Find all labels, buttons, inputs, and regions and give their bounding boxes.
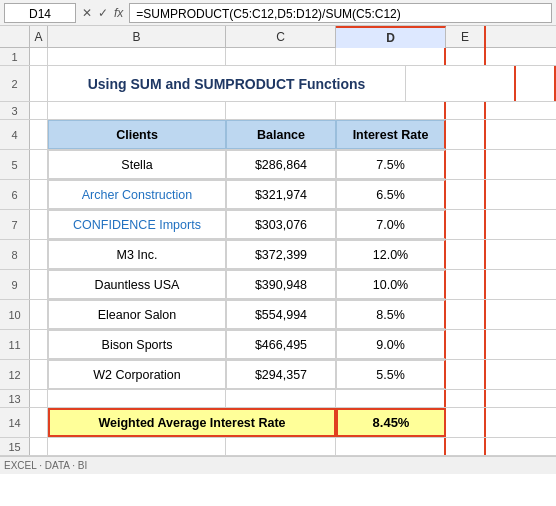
row-num: 8 — [0, 240, 30, 269]
cell-c4-header: Balance — [226, 120, 336, 149]
cancel-icon[interactable]: ✕ — [80, 6, 94, 20]
cell-a10[interactable] — [30, 300, 48, 329]
cell-e12[interactable] — [446, 360, 486, 389]
cell-e7[interactable] — [446, 210, 486, 239]
cell-c12[interactable]: $294,357 — [226, 360, 336, 389]
cell-b5[interactable]: Stella — [48, 150, 226, 179]
cell-d7[interactable]: 7.0% — [336, 210, 446, 239]
column-headers: A B C D E — [0, 26, 556, 48]
cell-a3[interactable] — [30, 102, 48, 119]
cell-c5[interactable]: $286,864 — [226, 150, 336, 179]
cell-d10[interactable]: 8.5% — [336, 300, 446, 329]
cell-c3[interactable] — [226, 102, 336, 119]
table-row: 8 M3 Inc. $372,399 12.0% — [0, 240, 556, 270]
enter-icon[interactable]: ✓ — [96, 6, 110, 20]
cell-b8[interactable]: M3 Inc. — [48, 240, 226, 269]
weighted-avg-value[interactable]: 8.45% — [336, 408, 446, 437]
col-header-b[interactable]: B — [48, 26, 226, 48]
cell-d11[interactable]: 9.0% — [336, 330, 446, 359]
cell-c8[interactable]: $372,399 — [226, 240, 336, 269]
cell-b10[interactable]: Eleanor Salon — [48, 300, 226, 329]
cell-d4-header: Interest Rate — [336, 120, 446, 149]
cell-d9[interactable]: 10.0% — [336, 270, 446, 299]
cell-b11[interactable]: Bison Sports — [48, 330, 226, 359]
cell-e14[interactable] — [446, 408, 486, 437]
cell-b13[interactable] — [48, 390, 226, 407]
cell-e1[interactable] — [446, 48, 486, 65]
cell-e11[interactable] — [446, 330, 486, 359]
cell-b15[interactable] — [48, 438, 226, 455]
row-num: 10 — [0, 300, 30, 329]
table-row: 7 CONFIDENCE Imports $303,076 7.0% — [0, 210, 556, 240]
name-box[interactable]: D14 — [4, 3, 76, 23]
cell-a6[interactable] — [30, 180, 48, 209]
title-cell: Using SUM and SUMPRODUCT Functions — [48, 66, 406, 101]
cell-a11[interactable] — [30, 330, 48, 359]
cell-e4[interactable] — [446, 120, 486, 149]
cell-a8[interactable] — [30, 240, 48, 269]
cell-a15[interactable] — [30, 438, 48, 455]
formula-bar-container: D14 ✕ ✓ fx =SUMPRODUCT(C5:C12,D5:D12)/SU… — [0, 0, 556, 26]
function-icon[interactable]: fx — [112, 6, 125, 20]
cell-a13[interactable] — [30, 390, 48, 407]
cell-a5[interactable] — [30, 150, 48, 179]
row-num: 1 — [0, 48, 30, 65]
cell-d15[interactable] — [336, 438, 446, 455]
row-num: 6 — [0, 180, 30, 209]
bottom-bar: EXCEL · DATA · BI — [0, 456, 556, 474]
col-header-c[interactable]: C — [226, 26, 336, 48]
cell-d8[interactable]: 12.0% — [336, 240, 446, 269]
formula-icons: ✕ ✓ fx — [80, 6, 125, 20]
cell-a1[interactable] — [30, 48, 48, 65]
row-num: 2 — [0, 66, 30, 101]
cell-e6[interactable] — [446, 180, 486, 209]
cell-c1[interactable] — [226, 48, 336, 65]
weighted-avg-label: Weighted Average Interest Rate — [48, 408, 336, 437]
cell-b12[interactable]: W2 Corporation — [48, 360, 226, 389]
cell-c13[interactable] — [226, 390, 336, 407]
cell-c7[interactable]: $303,076 — [226, 210, 336, 239]
cell-d6[interactable]: 6.5% — [336, 180, 446, 209]
header-row: 4 Clients Balance Interest Rate — [0, 120, 556, 150]
cell-d12[interactable]: 5.5% — [336, 360, 446, 389]
cell-e15[interactable] — [446, 438, 486, 455]
cell-c6[interactable]: $321,974 — [226, 180, 336, 209]
row-num: 11 — [0, 330, 30, 359]
cell-e2[interactable] — [516, 66, 556, 101]
table-row: 12 W2 Corporation $294,357 5.5% — [0, 360, 556, 390]
cell-d5[interactable]: 7.5% — [336, 150, 446, 179]
col-header-a[interactable]: A — [30, 26, 48, 48]
cell-b6[interactable]: Archer Construction — [48, 180, 226, 209]
bottom-label: EXCEL · DATA · BI — [4, 460, 87, 471]
cell-d13[interactable] — [336, 390, 446, 407]
cell-e5[interactable] — [446, 150, 486, 179]
cell-a2[interactable] — [30, 66, 48, 101]
cell-e13[interactable] — [446, 390, 486, 407]
cell-b1[interactable] — [48, 48, 226, 65]
cell-a14[interactable] — [30, 408, 48, 437]
cell-e10[interactable] — [446, 300, 486, 329]
cell-a12[interactable] — [30, 360, 48, 389]
cell-e8[interactable] — [446, 240, 486, 269]
formula-input[interactable]: =SUMPRODUCT(C5:C12,D5:D12)/SUM(C5:C12) — [129, 3, 552, 23]
cell-b9[interactable]: Dauntless USA — [48, 270, 226, 299]
cell-b7[interactable]: CONFIDENCE Imports — [48, 210, 226, 239]
row-num: 13 — [0, 390, 30, 407]
cell-d1[interactable] — [336, 48, 446, 65]
cell-e9[interactable] — [446, 270, 486, 299]
cell-a7[interactable] — [30, 210, 48, 239]
cell-e3[interactable] — [446, 102, 486, 119]
cell-c11[interactable]: $466,495 — [226, 330, 336, 359]
cell-a9[interactable] — [30, 270, 48, 299]
col-header-e[interactable]: E — [446, 26, 486, 48]
cell-c10[interactable]: $554,994 — [226, 300, 336, 329]
cell-d3[interactable] — [336, 102, 446, 119]
cell-a4[interactable] — [30, 120, 48, 149]
col-header-d[interactable]: D — [336, 26, 446, 48]
cell-b4-header: Clients — [48, 120, 226, 149]
cell-b3[interactable] — [48, 102, 226, 119]
cell-c9[interactable]: $390,948 — [226, 270, 336, 299]
row-num: 4 — [0, 120, 30, 149]
cell-c15[interactable] — [226, 438, 336, 455]
cell-d2[interactable] — [406, 66, 516, 101]
